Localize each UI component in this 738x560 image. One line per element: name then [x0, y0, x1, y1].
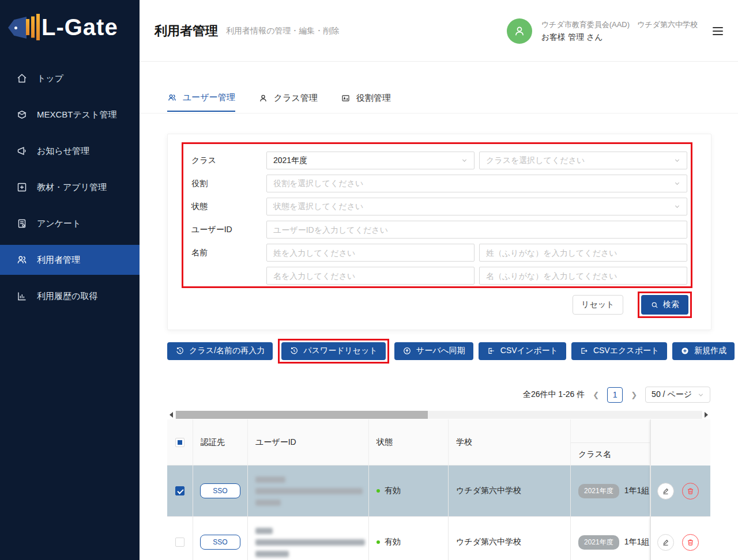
scroll-right-arrow[interactable] — [702, 411, 710, 419]
class-name: 1年1組 — [624, 486, 650, 496]
annotation-box-password-reset: パスワードリセット — [278, 339, 389, 364]
user-texts: ウチダ市教育委員会(AAD) ウチダ第六中学校 お客様 管理 さん — [541, 20, 698, 43]
password-reset-button[interactable]: パスワードリセット — [281, 342, 386, 360]
class-name: 1年1組 — [624, 537, 650, 547]
status-label: 状態 — [187, 202, 266, 212]
sidebar-item-label: アンケート — [37, 218, 81, 229]
name-label: 名前 — [187, 248, 266, 258]
csv-export-button[interactable]: CSVエクスポート — [571, 342, 667, 360]
tab-role-management[interactable]: 役割管理 — [341, 92, 391, 112]
tab-user-management[interactable]: ユーザー管理 — [167, 92, 235, 112]
column-header-user-id: ユーザーID — [248, 419, 369, 466]
sidebar-item-usage-history[interactable]: 利用履歴の取得 — [0, 281, 140, 311]
import-icon — [487, 346, 496, 355]
bar-chart-icon — [16, 290, 28, 302]
sso-badge[interactable]: SSO — [200, 483, 240, 498]
column-header-class-name: クラス名 — [571, 419, 650, 466]
first-name-kana-input[interactable] — [479, 267, 687, 285]
hamburger-menu-icon[interactable] — [713, 27, 723, 35]
role-select[interactable]: 役割を選択してください — [266, 175, 687, 192]
user-area: ウチダ市教育委員会(AAD) ウチダ第六中学校 お客様 管理 さん — [507, 0, 723, 62]
school-cell: ウチダ第六中学校 — [449, 517, 571, 560]
sidebar-item-label: 教材・アプリ管理 — [37, 182, 107, 193]
history-icon — [289, 346, 299, 355]
avatar[interactable] — [507, 18, 532, 44]
status-select[interactable]: 状態を選択してください — [266, 198, 687, 215]
lgate-logo-icon — [8, 13, 38, 41]
year-badge: 2021年度 — [578, 484, 619, 498]
trash-icon — [686, 486, 695, 496]
edit-button[interactable] — [657, 534, 674, 551]
last-name-kana-input[interactable] — [479, 244, 687, 262]
user-id-cell-redacted — [248, 517, 369, 560]
sidebar-item-announcements[interactable]: お知らせ管理 — [0, 136, 140, 166]
row-checkbox[interactable] — [175, 538, 184, 547]
create-new-button[interactable]: 新規作成 — [672, 342, 735, 360]
tab-class-management[interactable]: クラス管理 — [258, 92, 318, 112]
column-header-school: 学校 — [449, 419, 571, 466]
sidebar-item-label: MEXCBTテスト管理 — [37, 109, 117, 120]
sidebar-item-top[interactable]: トップ — [0, 63, 140, 93]
row-actions — [650, 517, 710, 560]
trash-icon — [686, 538, 695, 547]
column-header-actions — [650, 419, 710, 466]
export-icon — [579, 346, 589, 355]
next-page-button[interactable]: ❯ — [630, 391, 638, 399]
user-id-input[interactable] — [266, 221, 687, 239]
scrollbar-track[interactable] — [175, 411, 702, 419]
sidebar-item-survey[interactable]: アンケート — [0, 209, 140, 239]
main-content: ユーザー管理 クラス管理 役割管理 クラス 2021年度 — [140, 62, 738, 560]
users-icon — [167, 93, 177, 103]
sso-badge[interactable]: SSO — [200, 535, 240, 550]
user-id-label: ユーザーID — [187, 225, 266, 235]
person-icon — [258, 93, 268, 103]
sidebar-nav: トップ MEXCBTテスト管理 お知らせ管理 教材・アプリ管理 アンケート 利用… — [0, 63, 140, 317]
app-logo[interactable]: L-Gate — [8, 13, 118, 41]
delete-button[interactable] — [682, 483, 699, 500]
sidebar-item-label: 利用者管理 — [37, 255, 80, 266]
user-table: 認証先 ユーザーID 状態 学校 クラス名 SSO — [167, 410, 710, 560]
last-name-input[interactable] — [266, 244, 475, 262]
sidebar-item-users[interactable]: 利用者管理 — [0, 245, 140, 275]
tab-label: ユーザー管理 — [183, 92, 235, 103]
page-size-select[interactable]: 50 / ページ — [645, 387, 710, 403]
sidebar-item-mexcbt[interactable]: MEXCBTテスト管理 — [0, 100, 140, 130]
reenter-class-name-button[interactable]: クラス/名前の再入力 — [167, 342, 273, 360]
bulk-action-toolbar: クラス/名前の再入力 パスワードリセット サーバへ同期 CSVインポート CSV… — [167, 338, 735, 364]
page-subtitle: 利用者情報の管理・編集・削除 — [226, 26, 339, 36]
chevron-down-icon — [674, 203, 680, 210]
pagination: 全26件中 1-26 件 ❮ 1 ❯ 50 / ページ — [523, 387, 710, 403]
scroll-left-arrow[interactable] — [167, 411, 175, 419]
school-year-select[interactable]: 2021年度 — [266, 152, 475, 169]
class-select[interactable]: クラスを選択してください — [479, 152, 687, 169]
sidebar: L-Gate トップ MEXCBTテスト管理 お知らせ管理 教材・アプリ管理 ア… — [0, 0, 140, 560]
search-form: クラス 2021年度 クラスを選択してください 役割 — [183, 144, 691, 290]
select-all-checkbox[interactable] — [175, 438, 184, 447]
search-button[interactable]: 検索 — [641, 295, 688, 315]
sidebar-item-apps[interactable]: 教材・アプリ管理 — [0, 172, 140, 202]
csv-import-button[interactable]: CSVインポート — [479, 342, 566, 360]
role-badge-icon — [341, 93, 351, 103]
edit-button[interactable] — [657, 483, 674, 500]
page-number[interactable]: 1 — [607, 387, 623, 403]
school-cell: ウチダ第六中学校 — [449, 466, 571, 516]
page-title: 利用者管理 — [155, 22, 218, 40]
pencil-icon — [661, 486, 671, 496]
user-name-line: お客様 管理 さん — [541, 32, 698, 43]
role-label: 役割 — [187, 179, 266, 189]
row-checkbox[interactable] — [175, 486, 184, 495]
sync-server-button[interactable]: サーバへ同期 — [394, 342, 473, 360]
prev-page-button[interactable]: ❮ — [592, 391, 600, 399]
first-name-input[interactable] — [266, 267, 475, 285]
home-icon — [16, 73, 28, 84]
class-label: クラス — [187, 156, 266, 166]
mexcbt-test-icon — [16, 109, 28, 120]
megaphone-icon — [16, 145, 28, 157]
delete-button[interactable] — [682, 534, 699, 551]
sidebar-item-label: トップ — [37, 73, 63, 84]
search-icon — [650, 301, 659, 309]
reset-button[interactable]: リセット — [573, 295, 623, 315]
class-cell: 2021年度 1年1組 — [571, 466, 650, 516]
survey-icon — [16, 218, 28, 229]
scrollbar-thumb[interactable] — [176, 411, 428, 419]
